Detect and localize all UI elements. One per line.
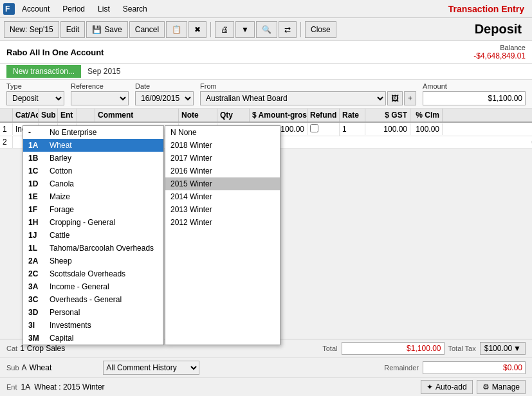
- from-image-button[interactable]: 🖼: [387, 91, 403, 105]
- edit-button[interactable]: Edit: [60, 21, 86, 38]
- type-group: Type Deposit: [6, 82, 64, 105]
- date-group: Date 16/09/2015: [135, 82, 194, 105]
- td-rate[interactable]: 1: [340, 123, 365, 135]
- year-item-2018[interactable]: 2018 Winter: [165, 139, 280, 152]
- svg-text:F: F: [5, 4, 10, 14]
- form-row: Type Deposit Reference Date 16/09/2015 F…: [0, 80, 532, 109]
- year-item-2014[interactable]: 2014 Winter: [165, 190, 280, 203]
- balance-label: Balance: [473, 44, 526, 51]
- th-refund: Refund: [307, 109, 340, 122]
- th-rate: Rate: [340, 109, 365, 122]
- dropdown-item-no-enterprise[interactable]: - No Enterprise: [23, 126, 163, 139]
- dropdown-item-3c[interactable]: 3C Overheads - General: [23, 293, 163, 306]
- save-button[interactable]: 💾 Save: [86, 21, 127, 38]
- year-item-2013[interactable]: 2013 Winter: [165, 203, 280, 216]
- total-tax-dropdown-icon: ▼: [513, 344, 521, 353]
- dropdown-item-2a[interactable]: 2A Sheep: [23, 255, 163, 267]
- td-row-num: 1: [0, 123, 13, 135]
- from-label: From: [200, 82, 416, 90]
- amount-input[interactable]: [423, 91, 526, 105]
- amount-label: Amount: [423, 82, 526, 90]
- sub-label: Sub: [6, 364, 19, 372]
- delete-button[interactable]: ✖: [188, 21, 206, 38]
- dropdown-item-1l[interactable]: 1L Tahoma/Barcoolah Overheads: [23, 242, 163, 255]
- nav-button[interactable]: ⇄: [279, 21, 297, 38]
- reference-select[interactable]: [71, 91, 129, 105]
- total-label: Total: [322, 345, 337, 352]
- from-group: From Australian Wheat Board 🖼 +: [200, 82, 416, 105]
- ent-label: Ent: [6, 383, 17, 391]
- new-transaction-button[interactable]: New transaction...: [6, 65, 81, 78]
- manage-button[interactable]: ⚙ Manage: [477, 380, 526, 394]
- comment-history-select[interactable]: All Comment History: [103, 361, 199, 375]
- enterprise-dropdown[interactable]: - No Enterprise 1A Wheat 1B Barley 1C Co…: [23, 125, 164, 345]
- cancel-button[interactable]: Cancel: [129, 21, 165, 38]
- search-button[interactable]: 🔍: [256, 21, 277, 38]
- cat-value: 1: [20, 344, 24, 353]
- year-item-none[interactable]: N None: [165, 126, 280, 139]
- dropdown-item-1f[interactable]: 1F Forage: [23, 203, 163, 216]
- td-clm[interactable]: 100.00: [410, 123, 443, 135]
- menu-account[interactable]: Account: [15, 2, 56, 16]
- close-button[interactable]: Close: [305, 21, 336, 38]
- th-comment: Comment: [95, 109, 179, 122]
- year-item-2012[interactable]: 2012 Winter: [165, 216, 280, 229]
- save-icon: 💾: [92, 25, 102, 34]
- auto-add-button[interactable]: ✦ Auto-add: [421, 380, 473, 394]
- dropdown-item-3i[interactable]: 3I Investments: [23, 319, 163, 332]
- remainder-input: [423, 361, 526, 374]
- td-row-num-2: 2: [0, 136, 13, 148]
- deposit-label: Deposit: [475, 22, 528, 37]
- reference-label: Reference: [71, 82, 129, 90]
- remainder-label: Remainder: [384, 364, 419, 372]
- th-cat: Cat/Ac: [13, 109, 39, 122]
- refund-checkbox[interactable]: [310, 124, 318, 132]
- dropdown-item-3m[interactable]: 3M Capital: [23, 332, 163, 345]
- sub-name: Wheat: [30, 363, 52, 372]
- from-add-button[interactable]: +: [404, 91, 416, 105]
- year-item-2016[interactable]: 2016 Winter: [165, 165, 280, 177]
- type-select[interactable]: Deposit: [6, 91, 64, 105]
- table-header: Cat/Ac Sub Ent Comment Note Qty $ Amount…: [0, 109, 532, 123]
- total-tax-button[interactable]: $100.00 ▼: [480, 342, 526, 355]
- new-button[interactable]: New: Sep'15: [4, 21, 59, 38]
- td-gst[interactable]: 100.00: [365, 123, 410, 135]
- date-label: Date: [135, 82, 194, 90]
- menu-search[interactable]: Search: [116, 2, 154, 16]
- dropdown-item-1e[interactable]: 1E Maize: [23, 190, 163, 203]
- th-qty: Qty: [217, 109, 250, 122]
- dropdown-item-1b[interactable]: 1B Barley: [23, 152, 163, 165]
- date-select[interactable]: 16/09/2015: [135, 91, 194, 105]
- dropdown-item-1d[interactable]: 1D Canola: [23, 177, 163, 190]
- separator1: [210, 22, 211, 37]
- year-item-2017[interactable]: 2017 Winter: [165, 152, 280, 165]
- year-item-2015[interactable]: 2015 Winter: [165, 177, 280, 190]
- menu-list[interactable]: List: [91, 2, 116, 16]
- print-dropdown[interactable]: ▼: [235, 21, 255, 38]
- account-sub-header: New transaction... Sep 2015: [0, 64, 532, 80]
- dropdown-item-1a[interactable]: 1A Wheat: [23, 139, 163, 152]
- dropdown-item-1c[interactable]: 1C Cotton: [23, 165, 163, 177]
- from-select[interactable]: Australian Wheat Board: [200, 91, 386, 105]
- manage-icon: ⚙: [482, 382, 490, 392]
- dropdown-item-3d[interactable]: 3D Personal: [23, 306, 163, 319]
- ent-value: 1A: [21, 382, 31, 392]
- dropdown-item-1j[interactable]: 1J Cattle: [23, 229, 163, 242]
- th-row: [0, 109, 13, 122]
- th-amount: $ Amount-gross: [250, 109, 307, 122]
- period-label: Sep 2015: [87, 67, 120, 76]
- auto-add-icon: ✦: [427, 382, 433, 392]
- dropdown-item-1h[interactable]: 1H Cropping - General: [23, 216, 163, 229]
- menu-period[interactable]: Period: [56, 2, 91, 16]
- reference-group: Reference: [71, 82, 129, 105]
- dropdown-item-3a[interactable]: 3A Income - General: [23, 280, 163, 293]
- separator2: [300, 22, 301, 37]
- th-sub: Sub: [39, 109, 58, 122]
- account-header: Rabo All In One Account Balance -$4,648,…: [0, 41, 532, 64]
- td-refund[interactable]: [307, 123, 340, 136]
- copy-button[interactable]: 📋: [166, 21, 187, 38]
- th-gst: $ GST: [365, 109, 410, 122]
- print-button[interactable]: 🖨: [215, 21, 234, 38]
- year-dropdown[interactable]: N None 2018 Winter 2017 Winter 2016 Wint…: [165, 125, 280, 345]
- dropdown-item-2c[interactable]: 2C Scottsdale Overheads: [23, 267, 163, 280]
